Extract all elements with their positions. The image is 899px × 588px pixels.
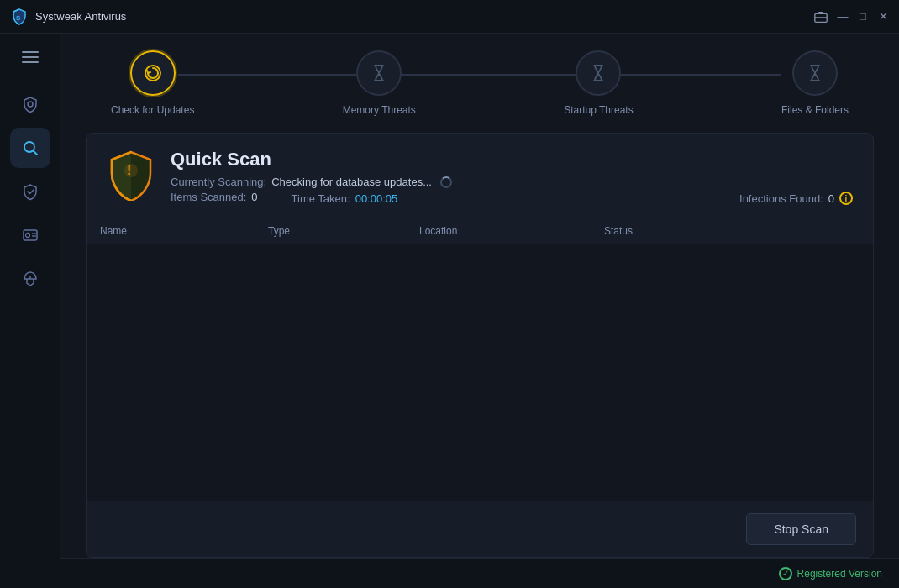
scan-footer: Stop Scan xyxy=(87,501,873,557)
svg-point-11 xyxy=(145,66,160,81)
registered-check-icon: ✓ xyxy=(779,567,792,580)
svg-line-5 xyxy=(33,151,37,155)
registered-badge: ✓ Registered Version xyxy=(779,567,882,580)
step-label-files-folders: Files & Folders xyxy=(781,104,849,116)
main-content: Check for Updates Memory Threats S xyxy=(60,34,899,588)
scan-info: Quick Scan Currently Scanning: Checking … xyxy=(171,149,853,206)
sidebar-item-startup[interactable] xyxy=(10,259,50,299)
step-label-memory-threats: Memory Threats xyxy=(343,104,416,116)
account-icon[interactable] xyxy=(813,10,828,24)
step-circle-check-updates xyxy=(130,50,176,96)
sidebar-item-scan[interactable] xyxy=(10,128,50,168)
step-memory-threats: Memory Threats xyxy=(343,50,416,116)
scan-shield-icon: ! xyxy=(107,149,155,201)
hourglass-icon-2 xyxy=(587,62,609,84)
registered-label: Registered Version xyxy=(797,568,882,580)
col-status: Status xyxy=(604,225,739,237)
close-button[interactable]: ✕ xyxy=(877,11,889,23)
identity-icon xyxy=(21,226,39,244)
step-circle-memory-threats xyxy=(356,50,402,96)
svg-text:!: ! xyxy=(127,163,131,177)
sidebar-item-identity[interactable] xyxy=(10,215,50,255)
refresh-icon xyxy=(142,62,164,84)
infections-found-value: 0 xyxy=(828,192,834,205)
steps-bar: Check for Updates Memory Threats S xyxy=(60,34,899,124)
infections-found-group: Infections Found: 0 i xyxy=(739,192,853,205)
app-logo-icon: S xyxy=(10,8,29,26)
app-logo: S Systweak Antivirus xyxy=(10,8,813,26)
rocket-icon xyxy=(21,270,39,288)
maximize-button[interactable]: □ xyxy=(857,11,869,23)
scan-title: Quick Scan xyxy=(171,149,853,171)
items-scanned-value: 0 xyxy=(251,191,257,203)
infections-found-label: Infections Found: xyxy=(739,192,823,205)
hourglass-icon-3 xyxy=(804,62,826,84)
step-circle-startup-threats xyxy=(576,50,621,96)
titlebar: S Systweak Antivirus — □ ✕ xyxy=(0,0,899,34)
scan-panel: ! Quick Scan Currently Scanning: Checkin… xyxy=(86,133,874,558)
time-taken-value: 00:00:05 xyxy=(355,192,398,205)
app-title: Systweak Antivirus xyxy=(35,10,126,23)
items-scanned-label: Items Scanned: xyxy=(171,191,246,203)
time-taken-group: Time Taken: 00:00:05 xyxy=(292,192,398,205)
scan-icon xyxy=(21,139,39,157)
scan-spinner xyxy=(440,176,452,188)
step-files-folders: Files & Folders xyxy=(781,50,849,116)
minimize-button[interactable]: — xyxy=(837,11,849,23)
sidebar-item-malware[interactable] xyxy=(10,171,50,212)
bottom-bar: ✓ Registered Version xyxy=(60,558,899,588)
step-label-startup-threats: Startup Threats xyxy=(564,104,634,116)
col-type: Type xyxy=(268,225,419,237)
scan-header: ! Quick Scan Currently Scanning: Checkin… xyxy=(87,134,873,218)
step-label-check-updates: Check for Updates xyxy=(111,104,194,116)
svg-text:S: S xyxy=(16,14,21,22)
items-scanned-row: Items Scanned: 0 xyxy=(171,191,258,203)
scan-table: Name Type Location Status xyxy=(87,218,873,501)
shield-icon xyxy=(21,95,39,113)
sidebar-item-protection[interactable] xyxy=(10,84,50,124)
svg-point-7 xyxy=(25,234,29,238)
svg-point-3 xyxy=(28,102,33,107)
col-location: Location xyxy=(419,225,604,237)
infections-info-icon[interactable]: i xyxy=(839,192,853,205)
check-shield-icon xyxy=(21,182,39,201)
time-taken-label: Time Taken: xyxy=(292,192,350,205)
hourglass-icon-1 xyxy=(368,62,390,84)
step-startup-threats: Startup Threats xyxy=(564,50,634,116)
main-layout: Check for Updates Memory Threats S xyxy=(0,34,899,588)
col-name: Name xyxy=(100,225,268,237)
step-circle-files-folders xyxy=(792,50,838,96)
window-controls: — □ ✕ xyxy=(813,10,889,24)
table-header: Name Type Location Status xyxy=(87,218,873,244)
sidebar-menu-button[interactable] xyxy=(13,42,47,72)
steps-line xyxy=(178,74,781,76)
table-body xyxy=(87,244,873,501)
currently-scanning-label: Currently Scanning: xyxy=(171,176,266,188)
stop-scan-button[interactable]: Stop Scan xyxy=(746,513,856,545)
currently-scanning-row: Currently Scanning: Checking for databas… xyxy=(171,176,853,188)
step-check-updates: Check for Updates xyxy=(111,50,194,116)
currently-scanning-value: Checking for database updates... xyxy=(271,176,432,188)
sidebar xyxy=(0,34,60,588)
col-extra xyxy=(739,225,860,237)
